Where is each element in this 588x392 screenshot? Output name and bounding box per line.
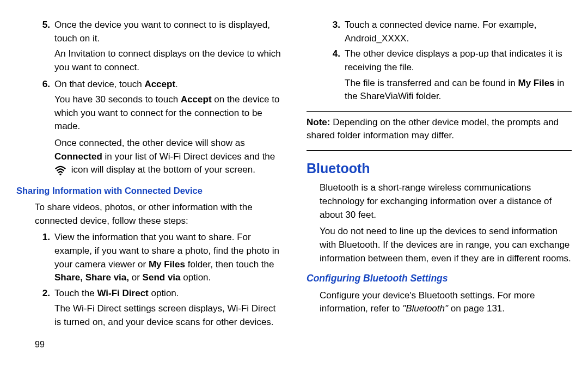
right-column: 3. Touch a connected device name. For ex…	[307, 19, 572, 381]
step-number: 2.	[16, 287, 54, 301]
step-5-detail: An Invitation to connect displays on the…	[54, 47, 281, 74]
step-text: Once the device you want to connect to i…	[54, 19, 281, 45]
bluetooth-heading: Bluetooth	[307, 158, 572, 178]
share-via-label: Share, Share via,	[54, 272, 129, 283]
text: on page 131.	[448, 303, 505, 314]
divider	[307, 150, 572, 151]
text: Once connected, the other device will sh…	[54, 138, 245, 148]
configuring-subheading: Configuring Bluetooth Settings	[307, 272, 572, 285]
manual-page: 5. Once the device you want to connect t…	[0, 0, 588, 392]
note-label: Note:	[307, 117, 330, 127]
share-step-2-detail: The Wi-Fi Direct settings screen display…	[54, 302, 281, 329]
accept-label: Accept	[144, 79, 175, 89]
step-text: The other device displays a pop-up that …	[345, 47, 572, 74]
share-step-1: 1. View the information that you want to…	[16, 231, 281, 285]
left-column: 5. Once the device you want to connect t…	[16, 19, 281, 381]
text: On that device, touch	[54, 79, 144, 89]
step-6-detail-2: Once connected, the other device will sh…	[54, 137, 281, 177]
step-number: 3.	[307, 19, 345, 45]
step-text: On that device, touch Accept.	[54, 78, 281, 91]
step-6-detail-1: You have 30 seconds to touch Accept on t…	[54, 93, 281, 133]
step-number: 4.	[307, 47, 345, 74]
bluetooth-ref: "Bluetooth"	[402, 303, 448, 314]
sharing-subheading: Sharing Information with Connected Devic…	[16, 185, 281, 198]
accept-label: Accept	[181, 94, 212, 105]
note-text: Depending on the other device model, the…	[307, 117, 559, 141]
text: option.	[181, 272, 211, 283]
share-step-4-detail: The file is transferred and can be found…	[345, 77, 572, 103]
sharing-intro: To share videos, photos, or other inform…	[35, 201, 276, 228]
text: in your list of Wi-Fi Direct devices and…	[102, 151, 275, 162]
configuring-text: Configure your device's Bluetooth settin…	[320, 289, 572, 316]
step-text: Touch the Wi-Fi Direct option.	[54, 287, 281, 301]
svg-point-0	[59, 174, 61, 175]
text: option.	[149, 288, 179, 298]
step-number: 5.	[16, 19, 54, 45]
text: Touch the	[54, 288, 97, 298]
step-number: 6.	[16, 78, 54, 91]
wifi-direct-icon	[54, 166, 66, 175]
send-via-label: Send via	[143, 272, 181, 283]
text: or	[129, 272, 143, 283]
step-5: 5. Once the device you want to connect t…	[16, 19, 281, 45]
text: folder, then touch the	[185, 259, 274, 270]
text: You have 30 seconds to touch	[54, 94, 181, 105]
wifi-direct-label: Wi-Fi Direct	[97, 288, 148, 298]
my-files-label: My Files	[149, 259, 185, 270]
share-step-4: 4. The other device displays a pop-up th…	[307, 47, 572, 74]
bluetooth-para-1: Bluetooth is a short-range wireless comm…	[320, 181, 572, 222]
connected-label: Connected	[54, 151, 102, 162]
divider	[307, 111, 572, 112]
page-number: 99	[35, 338, 281, 351]
note-block: Note: Depending on the other device mode…	[307, 116, 572, 143]
step-text: View the information that you want to sh…	[54, 231, 281, 285]
text: .	[175, 79, 178, 89]
my-files-label: My Files	[518, 78, 554, 88]
text: The file is transferred and can be found…	[345, 78, 518, 88]
step-6: 6. On that device, touch Accept.	[16, 78, 281, 91]
text: icon will display at the bottom of your …	[69, 164, 255, 175]
share-step-2: 2. Touch the Wi-Fi Direct option.	[16, 287, 281, 301]
bluetooth-para-2: You do not need to line up the devices t…	[320, 225, 572, 265]
step-number: 1.	[16, 231, 54, 285]
step-text: Touch a connected device name. For examp…	[345, 19, 572, 45]
share-step-3: 3. Touch a connected device name. For ex…	[307, 19, 572, 45]
